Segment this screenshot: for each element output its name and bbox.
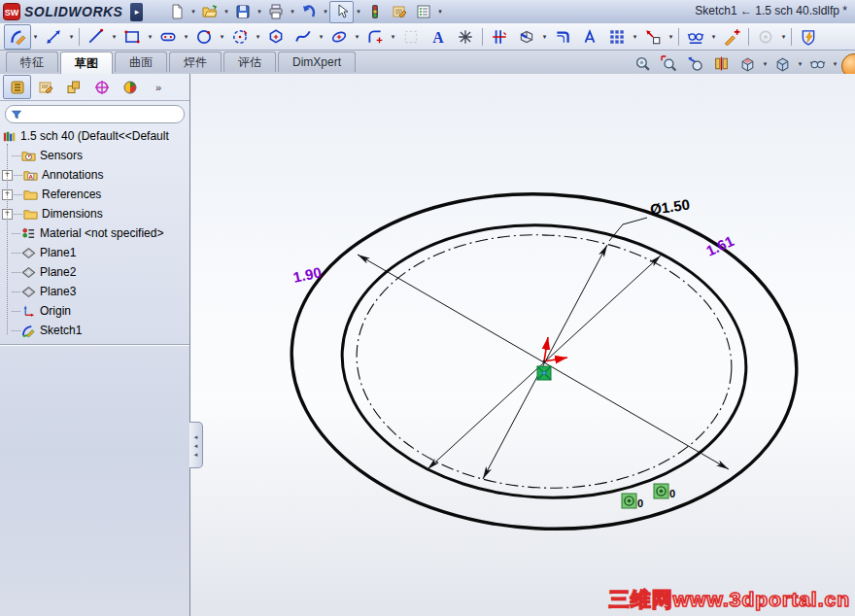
ellipse-icon-caret[interactable]: ▾ bbox=[353, 33, 361, 41]
tab-evaluate[interactable]: 评估 bbox=[223, 51, 276, 72]
tree-item-references[interactable]: +References bbox=[0, 185, 189, 204]
options-list-icon[interactable] bbox=[411, 1, 435, 23]
menu-expand-arrow[interactable]: ▸ bbox=[130, 3, 143, 21]
linear-pattern-icon[interactable] bbox=[603, 24, 631, 50]
view-orientation-icon-caret[interactable]: ▾ bbox=[761, 60, 770, 68]
display-relations-icon-caret[interactable]: ▾ bbox=[709, 33, 718, 41]
tab-dimxpert[interactable]: DimXpert bbox=[278, 51, 356, 72]
zoom-to-area-icon[interactable] bbox=[656, 52, 682, 75]
print-icon-caret[interactable]: ▾ bbox=[288, 8, 296, 16]
dimxpertmanager-tab[interactable] bbox=[87, 75, 116, 99]
rapid-sketch-icon[interactable] bbox=[795, 24, 822, 50]
linear-pattern-icon-caret[interactable]: ▾ bbox=[631, 33, 639, 41]
tab-weldments[interactable]: 焊件 bbox=[169, 51, 222, 72]
select-cursor-icon[interactable] bbox=[329, 1, 354, 23]
spline-icon-caret[interactable]: ▾ bbox=[317, 33, 325, 41]
section-view-icon[interactable] bbox=[708, 52, 735, 75]
arc-icon[interactable] bbox=[226, 24, 254, 50]
display-relations-icon[interactable] bbox=[682, 24, 709, 50]
new-document-icon-caret[interactable]: ▾ bbox=[188, 8, 197, 16]
fillet-icon[interactable] bbox=[361, 24, 389, 50]
rebuild-traffic-light-icon[interactable] bbox=[362, 1, 387, 23]
slot-icon[interactable] bbox=[154, 24, 182, 50]
smart-dimension-icon[interactable] bbox=[40, 24, 67, 50]
window-title: Sketch1 ← 1.5 sch 40.sldlfp * bbox=[695, 4, 847, 17]
tree-filter[interactable] bbox=[5, 105, 185, 123]
undo-icon[interactable] bbox=[296, 1, 321, 23]
sketch-icon[interactable] bbox=[4, 24, 31, 50]
save-icon[interactable] bbox=[230, 1, 255, 23]
print-icon[interactable] bbox=[263, 1, 288, 23]
tree-guide bbox=[12, 291, 20, 292]
repair-sketch-icon[interactable] bbox=[718, 24, 745, 50]
polygon-icon[interactable] bbox=[262, 24, 290, 50]
select-cursor-icon-caret[interactable]: ▾ bbox=[354, 8, 362, 16]
save-icon-caret[interactable]: ▾ bbox=[255, 8, 263, 16]
tree-item-sketch1[interactable]: Sketch1 bbox=[0, 321, 189, 340]
sketch-icon-caret[interactable]: ▾ bbox=[31, 33, 40, 41]
spline-icon[interactable] bbox=[290, 24, 317, 50]
options-list-icon-caret[interactable]: ▾ bbox=[435, 8, 444, 16]
display-style-icon[interactable] bbox=[770, 52, 796, 75]
displaymanager-tab[interactable] bbox=[116, 75, 144, 99]
mirror-entities-icon[interactable] bbox=[576, 24, 603, 50]
display-style-icon-caret[interactable]: ▾ bbox=[796, 60, 804, 68]
filter-input[interactable] bbox=[22, 107, 184, 121]
concentric-relation-icon[interactable]: 0 bbox=[654, 484, 675, 499]
arc-icon-caret[interactable]: ▾ bbox=[254, 33, 262, 41]
offset-entities-icon[interactable] bbox=[549, 24, 576, 50]
view-orientation-icon[interactable] bbox=[735, 52, 761, 75]
edit-appearance-icon[interactable] bbox=[387, 1, 411, 23]
quick-snaps-icon[interactable] bbox=[752, 24, 779, 50]
tree-item-sensors[interactable]: Sensors bbox=[0, 146, 189, 165]
panel-splitter-handle[interactable]: ◂◂◂ bbox=[189, 422, 203, 468]
point-icon[interactable] bbox=[452, 24, 479, 50]
text-icon[interactable] bbox=[425, 24, 452, 50]
quick-snaps-icon-caret[interactable]: ▾ bbox=[779, 33, 788, 41]
graphics-viewport[interactable]: Ø1.501.611.90 00 三维网www.3dportal.cn bbox=[190, 74, 855, 616]
undo-icon-caret[interactable]: ▾ bbox=[321, 8, 329, 16]
previous-view-icon[interactable] bbox=[682, 52, 708, 75]
smart-dimension-icon-caret[interactable]: ▾ bbox=[67, 33, 76, 41]
convert-entities-icon-caret[interactable]: ▾ bbox=[540, 33, 549, 41]
tree-item-material-not-specified[interactable]: Material <not specified> bbox=[0, 223, 189, 243]
manager-tabs-overflow[interactable]: » bbox=[155, 82, 161, 93]
circle-icon-caret[interactable]: ▾ bbox=[218, 33, 226, 41]
coincident-relation-icon[interactable] bbox=[537, 366, 551, 380]
tab-features[interactable]: 特征 bbox=[6, 51, 58, 72]
hide-show-items-icon[interactable] bbox=[804, 52, 831, 75]
tree-item-dimensions[interactable]: +Dimensions bbox=[0, 204, 189, 223]
tree-item-plane2[interactable]: Plane2 bbox=[0, 262, 189, 282]
open-icon[interactable] bbox=[197, 1, 222, 23]
hide-show-items-icon-caret[interactable]: ▾ bbox=[831, 60, 839, 68]
tree-item-origin[interactable]: Origin bbox=[0, 301, 189, 321]
rectangle-icon[interactable] bbox=[119, 24, 146, 50]
trim-entities-icon[interactable] bbox=[486, 24, 513, 50]
convert-entities-icon[interactable] bbox=[513, 24, 540, 50]
filter-funnel-icon bbox=[11, 109, 22, 120]
featuremanager-tab[interactable] bbox=[3, 75, 31, 99]
line-icon[interactable] bbox=[83, 24, 110, 50]
block-icon[interactable] bbox=[397, 24, 425, 50]
tab-surfaces[interactable]: 曲面 bbox=[115, 51, 167, 72]
ellipse-icon[interactable] bbox=[325, 24, 353, 50]
tree-item-1-5-sch-40-default-default[interactable]: 1.5 sch 40 (Default<<Default bbox=[0, 126, 189, 146]
circle-icon[interactable] bbox=[190, 24, 218, 50]
open-icon-caret[interactable]: ▾ bbox=[222, 8, 230, 16]
configurationmanager-tab[interactable] bbox=[59, 75, 87, 99]
tree-item-annotations[interactable]: +Annotations bbox=[0, 165, 189, 185]
concentric-relation-icon[interactable]: 0 bbox=[622, 494, 643, 509]
move-entities-icon-caret[interactable]: ▾ bbox=[667, 33, 675, 41]
dimension-label[interactable]: Ø1.50 bbox=[649, 195, 691, 218]
new-document-icon[interactable] bbox=[164, 1, 188, 23]
move-entities-icon[interactable] bbox=[639, 24, 667, 50]
rectangle-icon-caret[interactable]: ▾ bbox=[146, 33, 154, 41]
tree-item-plane3[interactable]: Plane3 bbox=[0, 282, 189, 301]
slot-icon-caret[interactable]: ▾ bbox=[182, 33, 190, 41]
tree-item-plane1[interactable]: Plane1 bbox=[0, 243, 189, 262]
fillet-icon-caret[interactable]: ▾ bbox=[389, 33, 397, 41]
zoom-to-fit-icon[interactable] bbox=[630, 52, 656, 75]
propertymanager-tab[interactable] bbox=[31, 75, 59, 99]
tab-sketch[interactable]: 草图 bbox=[60, 51, 113, 74]
line-icon-caret[interactable]: ▾ bbox=[110, 33, 119, 41]
